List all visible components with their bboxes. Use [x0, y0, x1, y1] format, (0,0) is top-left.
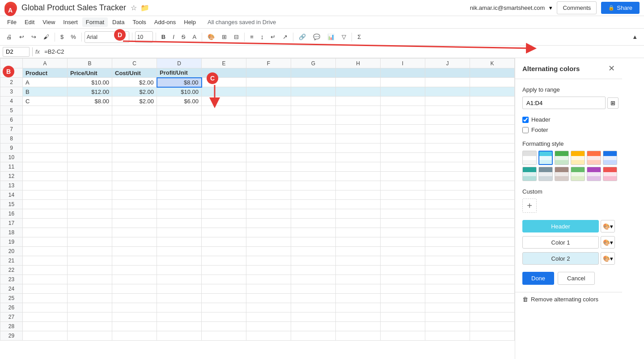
star-icon[interactable]: ☆ [131, 4, 137, 12]
merge-cells-button[interactable]: ⊟ [231, 32, 242, 42]
cell-J22[interactable] [425, 266, 470, 275]
cell-J18[interactable] [425, 228, 470, 237]
cell-B14[interactable] [68, 190, 112, 200]
filter-button[interactable]: ▽ [339, 32, 349, 42]
cell-B20[interactable] [68, 247, 112, 256]
bold-button[interactable]: B [159, 32, 168, 42]
cell-C22[interactable] [112, 266, 157, 275]
cell-D8[interactable] [157, 134, 202, 144]
cell-C8[interactable] [112, 134, 157, 144]
cell-C9[interactable] [112, 144, 157, 153]
cell-H20[interactable] [336, 247, 381, 256]
cell-G21[interactable] [291, 256, 336, 266]
cell-G10[interactable] [291, 153, 336, 162]
cell-F9[interactable] [246, 144, 291, 153]
range-grid-button[interactable]: ⊞ [607, 97, 619, 109]
cell-D4[interactable]: $6.00 [157, 97, 202, 106]
cell-J11[interactable] [425, 162, 470, 172]
cell-G25[interactable] [291, 294, 336, 303]
cell-H7[interactable] [336, 125, 381, 134]
cell-G29[interactable] [291, 331, 336, 341]
menu-tools[interactable]: Tools [129, 17, 149, 27]
cell-J5[interactable] [425, 106, 470, 115]
italic-button[interactable]: I [170, 32, 177, 42]
cell-I18[interactable] [381, 228, 425, 237]
cell-J21[interactable] [425, 256, 470, 266]
cell-B19[interactable] [68, 237, 112, 247]
comments-button[interactable]: Comments [557, 1, 597, 14]
cell-F29[interactable] [246, 331, 291, 341]
cell-D26[interactable] [157, 303, 202, 313]
cell-B1[interactable]: Price/Unit [68, 68, 112, 78]
cell-I20[interactable] [381, 247, 425, 256]
cell-K24[interactable] [470, 284, 515, 294]
cell-A10[interactable] [23, 153, 68, 162]
cell-I13[interactable] [381, 181, 425, 190]
chart-button[interactable]: 📊 [325, 32, 337, 42]
cell-H14[interactable] [336, 190, 381, 200]
cell-C17[interactable] [112, 219, 157, 228]
cell-E21[interactable] [202, 256, 246, 266]
cell-I11[interactable] [381, 162, 425, 172]
cell-K7[interactable] [470, 125, 515, 134]
cell-H1[interactable] [336, 68, 381, 78]
col-header-h[interactable]: H [336, 59, 381, 68]
cell-C26[interactable] [112, 303, 157, 313]
cell-K14[interactable] [470, 190, 515, 200]
style-swatch-5[interactable] [603, 151, 617, 165]
remove-alternating-colors-button[interactable]: 🗑 Remove alternating colors [515, 292, 622, 306]
cell-C15[interactable] [112, 200, 157, 209]
cell-D29[interactable] [157, 331, 202, 341]
cell-J28[interactable] [425, 322, 470, 331]
header-checkbox[interactable] [522, 117, 529, 123]
cell-B26[interactable] [68, 303, 112, 313]
link-button[interactable]: 🔗 [296, 32, 309, 42]
footer-checkbox[interactable] [522, 127, 529, 133]
cell-C20[interactable] [112, 247, 157, 256]
cell-F21[interactable] [246, 256, 291, 266]
borders-button[interactable]: ⊞ [219, 32, 229, 42]
style-swatch-8[interactable] [555, 167, 569, 181]
cell-J25[interactable] [425, 294, 470, 303]
cell-I5[interactable] [381, 106, 425, 115]
cell-A11[interactable] [23, 162, 68, 172]
cell-F16[interactable] [246, 209, 291, 219]
col-header-b[interactable]: B [68, 59, 112, 68]
cell-J2[interactable] [425, 78, 470, 87]
col-header-k[interactable]: K [470, 59, 515, 68]
strikethrough-button[interactable]: S [179, 32, 188, 42]
cell-E15[interactable] [202, 200, 246, 209]
cell-I14[interactable] [381, 190, 425, 200]
cell-G1[interactable] [291, 68, 336, 78]
cell-K9[interactable] [470, 144, 515, 153]
menu-edit[interactable]: Edit [21, 17, 38, 27]
cell-F10[interactable] [246, 153, 291, 162]
cell-E1[interactable] [202, 68, 246, 78]
cell-K23[interactable] [470, 275, 515, 284]
folder-icon[interactable]: 📁 [140, 4, 149, 12]
cell-I21[interactable] [381, 256, 425, 266]
cell-B8[interactable] [68, 134, 112, 144]
menu-addons[interactable]: Add-ons [151, 17, 179, 27]
cell-C11[interactable] [112, 162, 157, 172]
cell-reference-input[interactable] [3, 47, 30, 57]
cell-A2[interactable]: A [23, 78, 68, 87]
share-button[interactable]: 🔒 Share [601, 2, 640, 14]
cancel-button[interactable]: Cancel [558, 272, 594, 285]
cell-D15[interactable] [157, 200, 202, 209]
cell-D11[interactable] [157, 162, 202, 172]
cell-E9[interactable] [202, 144, 246, 153]
cell-F28[interactable] [246, 322, 291, 331]
cell-A23[interactable] [23, 275, 68, 284]
cell-A12[interactable] [23, 172, 68, 181]
cell-A25[interactable] [23, 294, 68, 303]
cell-H21[interactable] [336, 256, 381, 266]
cell-I4[interactable] [381, 97, 425, 106]
col-header-a[interactable]: A [23, 59, 68, 68]
col-header-e[interactable]: E [202, 59, 246, 68]
cell-A1[interactable]: Product [23, 68, 68, 78]
cell-I3[interactable] [381, 87, 425, 97]
cell-G18[interactable] [291, 228, 336, 237]
cell-G7[interactable] [291, 125, 336, 134]
collapse-toolbar-button[interactable]: ▲ [629, 32, 640, 42]
